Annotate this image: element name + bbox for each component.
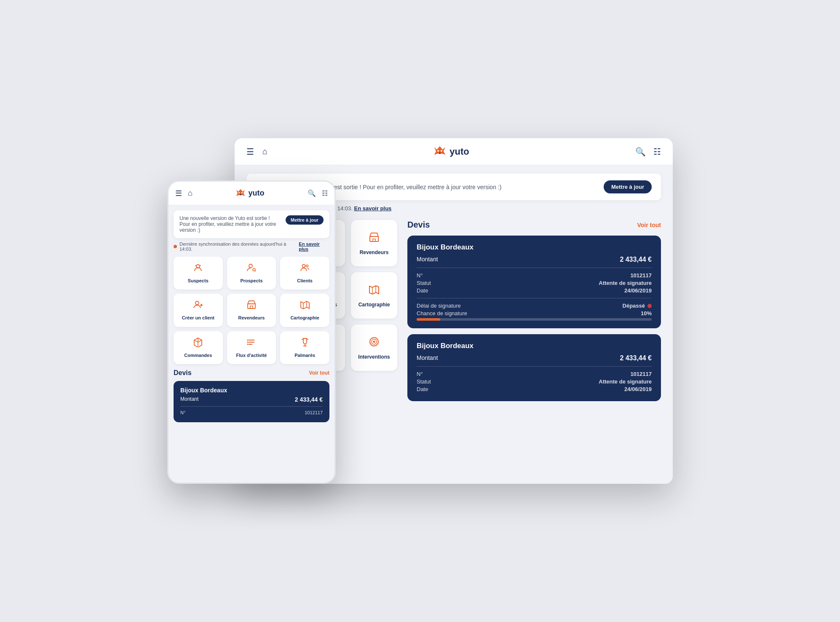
svg-rect-43 bbox=[250, 306, 253, 308]
fox-logo-icon bbox=[433, 145, 446, 158]
home-icon[interactable]: ⌂ bbox=[262, 147, 268, 156]
mobile-montant-label: Montant bbox=[180, 396, 198, 403]
hamburger-icon[interactable]: ☰ bbox=[246, 147, 254, 157]
mobile-menu-palmares[interactable]: Palmarès bbox=[280, 331, 329, 364]
devis-numero-row-2: N° 1012117 bbox=[417, 371, 652, 377]
mobile-menu-suspects[interactable]: Suspects bbox=[174, 257, 223, 290]
montant-label-2: Montant bbox=[417, 354, 438, 362]
svg-point-1 bbox=[437, 150, 439, 152]
mobile-menu-commandes[interactable]: Commandes bbox=[174, 331, 223, 364]
mobile-menu-prospects[interactable]: Prospects bbox=[227, 257, 276, 290]
learn-more-link[interactable]: En savoir plus bbox=[354, 205, 391, 212]
menu-item-interventions[interactable]: Interventions bbox=[351, 324, 397, 371]
svg-point-31 bbox=[241, 192, 243, 193]
menu-label-interventions: Interventions bbox=[358, 354, 390, 360]
mobile-header-right: 🔍 ☷ bbox=[308, 189, 328, 197]
desktop-logo: yuto bbox=[433, 145, 469, 158]
montant-value-2: 2 433,44 € bbox=[620, 354, 652, 362]
desktop-header-left: ☰ ⌂ bbox=[246, 147, 268, 157]
mobile-hamburger-icon[interactable]: ☰ bbox=[175, 189, 182, 198]
montant-value-1: 2 433,44 € bbox=[620, 256, 652, 263]
svg-point-34 bbox=[249, 264, 252, 268]
devis-section-header: Devis Voir tout bbox=[407, 220, 661, 230]
mobile-devis-header: Devis Voir tout bbox=[174, 369, 329, 377]
mobile-menu-revendeurs[interactable]: Revendeurs bbox=[227, 294, 276, 327]
scene: ☰ ⌂ yuto 🔍 ☷ Une nouvelle version de Yut… bbox=[167, 138, 673, 484]
svg-point-37 bbox=[302, 265, 305, 268]
mobile-label-cartographie: Cartographie bbox=[290, 315, 319, 321]
statut-label-1: Statut bbox=[417, 280, 431, 286]
mobile-home-icon[interactable]: ⌂ bbox=[188, 189, 193, 198]
mobile-devis-divider bbox=[180, 406, 323, 407]
devis-montant-row-1: Montant 2 433,44 € bbox=[417, 256, 652, 263]
svg-point-52 bbox=[247, 343, 248, 345]
menu-label-revendeurs: Revendeurs bbox=[360, 249, 389, 255]
mobile-devis-card-1[interactable]: Bijoux Bordeaux Montant 2 433,44 € N° 10… bbox=[174, 381, 329, 422]
mobile-devis-montant-row: Montant 2 433,44 € bbox=[180, 396, 323, 403]
devis-date-row-1: Date 24/06/2019 bbox=[417, 287, 652, 294]
mobile-update-button[interactable]: Mettre à jour bbox=[286, 215, 324, 225]
mobile-notification-banner: Une nouvelle version de Yuto est sortie … bbox=[174, 210, 329, 238]
chance-value-1: 10% bbox=[641, 310, 652, 316]
devis-montant-row-2: Montant 2 433,44 € bbox=[417, 354, 652, 362]
mobile-people-icon bbox=[300, 263, 310, 275]
statut-value-1: Attente de signature bbox=[599, 280, 652, 286]
mobile-voir-tout[interactable]: Voir tout bbox=[309, 370, 329, 376]
devis-card-2[interactable]: Bijoux Bordeaux Montant 2 433,44 € N° 10… bbox=[407, 334, 661, 401]
desktop-header-right: 🔍 ☷ bbox=[635, 147, 661, 157]
mobile-menu-flux[interactable]: Flux d'activité bbox=[227, 331, 276, 364]
search-icon[interactable]: 🔍 bbox=[635, 147, 646, 157]
numero-label-1: N° bbox=[417, 272, 423, 279]
mobile-sync-bar: Dernière synchronisation des données auj… bbox=[174, 241, 329, 252]
mobile-menu-clients[interactable]: Clients bbox=[280, 257, 329, 290]
mobile-label-commandes: Commandes bbox=[184, 352, 212, 358]
svg-point-51 bbox=[247, 341, 248, 343]
desktop-header: ☰ ⌂ yuto 🔍 ☷ bbox=[235, 138, 673, 165]
mobile-trophy-icon bbox=[300, 337, 310, 350]
progress-fill-1 bbox=[417, 318, 440, 321]
mobile-label-prospects: Prospects bbox=[240, 278, 262, 284]
numero-value-2: 1012117 bbox=[630, 371, 652, 377]
mobile-package-icon bbox=[193, 337, 203, 350]
desktop-logo-text: yuto bbox=[449, 146, 469, 157]
mobile-header: ☰ ⌂ yuto 🔍 ☷ bbox=[169, 182, 334, 205]
svg-point-35 bbox=[253, 268, 255, 271]
map-icon bbox=[368, 284, 380, 298]
mobile-logo-text: yuto bbox=[248, 189, 264, 198]
devis-divider-1b bbox=[417, 298, 652, 298]
svg-point-38 bbox=[306, 265, 308, 267]
menu-label-cartographie: Cartographie bbox=[358, 302, 390, 308]
delai-value-1: Dépassé bbox=[623, 303, 652, 309]
mobile-menu-creer-client[interactable]: Créer un client bbox=[174, 294, 223, 327]
montant-label-1: Montant bbox=[417, 256, 438, 263]
person-search-icon bbox=[246, 263, 257, 275]
svg-point-28 bbox=[373, 340, 375, 343]
devis-client-2: Bijoux Bordeaux bbox=[417, 342, 652, 350]
devis-card-1[interactable]: Bijoux Bordeaux Montant 2 433,44 € N° 10… bbox=[407, 236, 661, 328]
menu-item-revendeurs[interactable]: Revendeurs bbox=[351, 220, 397, 266]
mobile-filter-icon[interactable]: ☷ bbox=[322, 189, 328, 197]
devis-statut-row-2: Statut Attente de signature bbox=[417, 378, 652, 385]
menu-item-cartographie[interactable]: Cartographie bbox=[351, 272, 397, 319]
mobile-grid-menu: Suspects Prospects bbox=[169, 252, 334, 369]
date-value-2: 24/06/2019 bbox=[624, 386, 652, 392]
date-label-2: Date bbox=[417, 386, 428, 392]
devis-divider-2 bbox=[417, 366, 652, 367]
svg-point-2 bbox=[441, 150, 442, 152]
filter-icon[interactable]: ☷ bbox=[653, 147, 661, 157]
devis-section-title: Devis bbox=[407, 220, 430, 230]
update-button[interactable]: Mettre à jour bbox=[604, 180, 652, 193]
devis-client-1: Bijoux Bordeaux bbox=[417, 243, 652, 252]
mobile-notification-text: Une nouvelle version de Yuto est sortie … bbox=[179, 215, 281, 233]
statut-label-2: Statut bbox=[417, 378, 431, 385]
mobile-label-flux: Flux d'activité bbox=[236, 352, 267, 358]
person-add-icon bbox=[193, 300, 203, 312]
mobile-menu-cartographie[interactable]: Cartographie bbox=[280, 294, 329, 327]
date-label-1: Date bbox=[417, 287, 428, 294]
voir-tout-link[interactable]: Voir tout bbox=[637, 222, 661, 228]
activity-icon bbox=[246, 337, 257, 350]
svg-point-39 bbox=[195, 301, 199, 305]
mobile-search-icon[interactable]: 🔍 bbox=[308, 189, 316, 197]
desktop-devis-section: Devis Voir tout Bijoux Bordeaux Montant … bbox=[407, 220, 661, 481]
mobile-learn-more-link[interactable]: En savoir plus bbox=[299, 241, 329, 252]
